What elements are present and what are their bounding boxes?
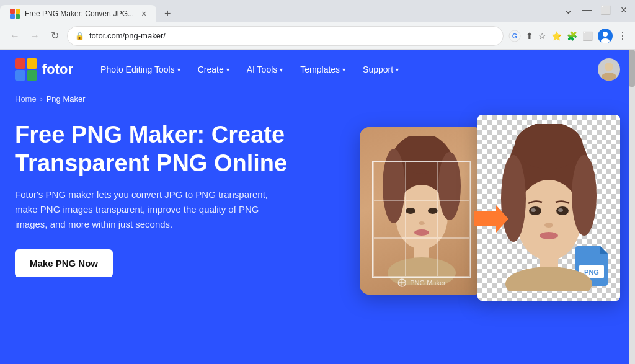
chevron-down-icon: ▾ xyxy=(280,66,283,73)
svg-point-28 xyxy=(544,223,553,228)
grid-cell xyxy=(438,200,470,239)
svg-point-29 xyxy=(540,232,558,239)
svg-point-5 xyxy=(602,73,616,81)
scrollbar-thumb[interactable] xyxy=(629,50,635,87)
hero-text: Free PNG Maker: Create Transparent PNG O… xyxy=(15,121,360,319)
conversion-arrow xyxy=(474,205,508,235)
hero-description: Fotor's PNG maker lets you convert JPG t… xyxy=(15,187,288,232)
hero-section: Free PNG Maker: Create Transparent PNG O… xyxy=(0,109,635,319)
svg-point-4 xyxy=(605,63,613,71)
bookmark-icon[interactable]: ☆ xyxy=(538,31,546,41)
svg-point-33 xyxy=(572,155,597,236)
profile-button[interactable] xyxy=(598,29,613,43)
hero-images: PNG Maker xyxy=(360,121,620,319)
logo-text: fotor xyxy=(42,61,73,78)
before-image-card: PNG Maker xyxy=(360,127,484,295)
nav-templates[interactable]: Templates ▾ xyxy=(293,60,353,79)
browser-tab-bar: Free PNG Maker: Convert JPG... × + ⌄ — ⬜… xyxy=(0,0,635,50)
svg-point-2 xyxy=(603,32,608,37)
svg-marker-21 xyxy=(474,205,508,233)
cta-button[interactable]: Make PNG Now xyxy=(15,249,113,277)
grid-cell xyxy=(406,200,438,239)
breadcrumb-current: Png Maker xyxy=(47,94,86,104)
user-avatar[interactable] xyxy=(598,58,620,81)
breadcrumb: Home › Png Maker xyxy=(0,89,635,109)
logo-icon xyxy=(15,58,37,81)
google-icon: G xyxy=(508,30,521,42)
address-bar: ← → ↻ 🔒 fotor.com/png-maker/ G ⬆ ☆ ⭐ 🧩 ⬜… xyxy=(0,22,635,50)
svg-point-3 xyxy=(601,38,610,43)
nav-templates-label: Templates xyxy=(300,64,340,74)
grid-cell xyxy=(373,238,406,277)
share-icon[interactable]: ⬆ xyxy=(526,31,533,41)
grid-cell xyxy=(406,238,438,277)
chevron-down-icon: ▾ xyxy=(342,66,345,73)
nav-create[interactable]: Create ▾ xyxy=(190,60,237,79)
site-nav: fotor Photo Editing Tools ▾ Create ▾ AI … xyxy=(0,50,635,89)
active-tab[interactable]: Free PNG Maker: Convert JPG... × xyxy=(0,5,156,22)
url-text: fotor.com/png-maker/ xyxy=(89,31,495,40)
nav-support-label: Support xyxy=(363,64,393,74)
svg-point-26 xyxy=(531,208,536,212)
grid-cell xyxy=(438,238,470,277)
watermark: PNG Maker xyxy=(397,278,445,287)
new-tab-button[interactable]: + xyxy=(159,5,176,22)
scrollbar[interactable] xyxy=(629,50,635,364)
url-input[interactable]: 🔒 fotor.com/png-maker/ xyxy=(67,26,504,46)
website-content: fotor Photo Editing Tools ▾ Create ▾ AI … xyxy=(0,50,635,364)
minimize-button[interactable]: ⌄ xyxy=(562,4,574,16)
restore-button[interactable]: — xyxy=(580,4,593,16)
nav-right xyxy=(598,58,620,81)
grid-overlay xyxy=(372,161,471,278)
maximize-button[interactable]: ⬜ xyxy=(599,4,611,16)
breadcrumb-home[interactable]: Home xyxy=(15,94,37,104)
grid-cell xyxy=(406,162,438,200)
chevron-down-icon: ▾ xyxy=(226,66,229,73)
chevron-down-icon: ▾ xyxy=(396,66,399,73)
nav-photo-editing-label: Photo Editing Tools xyxy=(100,64,175,74)
nav-items: Photo Editing Tools ▾ Create ▾ AI Tools … xyxy=(93,60,598,79)
grid-cell xyxy=(438,162,470,200)
grid-cell xyxy=(373,162,406,200)
chevron-down-icon: ▾ xyxy=(177,66,180,73)
svg-text:G: G xyxy=(512,32,518,40)
refresh-button[interactable]: ↻ xyxy=(47,29,62,43)
nav-create-label: Create xyxy=(198,64,224,74)
forward-button[interactable]: → xyxy=(27,29,42,43)
nav-support[interactable]: Support ▾ xyxy=(355,60,406,79)
tab-title: Free PNG Maker: Convert JPG... xyxy=(25,9,134,18)
svg-point-23 xyxy=(517,180,581,260)
puzzle-icon[interactable]: 🧩 xyxy=(567,31,577,41)
nav-ai-tools-label: AI Tools xyxy=(247,64,278,74)
nav-photo-editing[interactable]: Photo Editing Tools ▾ xyxy=(93,60,188,79)
watermark-icon xyxy=(397,278,406,287)
menu-button[interactable]: ⋮ xyxy=(618,30,628,42)
svg-point-34 xyxy=(515,124,583,169)
page-title: Free PNG Maker: Create Transparent PNG O… xyxy=(15,121,347,177)
arrow-icon xyxy=(474,205,508,233)
svg-point-27 xyxy=(558,208,563,212)
lock-icon: 🔒 xyxy=(75,32,84,40)
split-view-icon[interactable]: ⬜ xyxy=(582,31,593,41)
site-logo[interactable]: fotor xyxy=(15,58,73,81)
before-image-bg: PNG Maker xyxy=(360,127,484,295)
extensions-icon[interactable]: ⭐ xyxy=(551,31,562,41)
tab-close-button[interactable]: × xyxy=(141,9,146,19)
grid-cell xyxy=(373,200,406,239)
nav-ai-tools[interactable]: AI Tools ▾ xyxy=(239,60,291,79)
back-button[interactable]: ← xyxy=(7,29,22,43)
close-button[interactable]: × xyxy=(618,4,630,16)
watermark-text: PNG Maker xyxy=(410,279,445,286)
svg-point-31 xyxy=(505,267,592,291)
tab-favicon xyxy=(10,9,20,19)
breadcrumb-separator: › xyxy=(40,95,43,104)
